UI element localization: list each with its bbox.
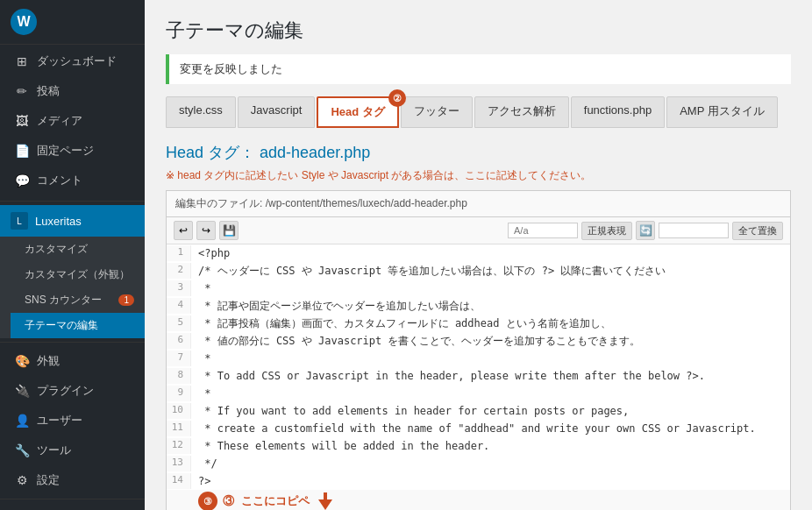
sidebar-item-label: メディア (37, 113, 82, 129)
undo-button[interactable]: ↩ (174, 221, 193, 240)
annotation-3-row: ③ ③ ここにコピペ (167, 490, 790, 510)
close-menu-button[interactable]: ◀ メニューを閉じる (0, 503, 145, 510)
sidebar-divider (0, 201, 145, 202)
code-line: 6 * 値の部分に CSS や Javascript を書くことで、ヘッダーを追… (167, 332, 790, 350)
wp-logo-icon: W (11, 9, 37, 35)
tab-amp[interactable]: AMP 用スタイル (666, 96, 778, 128)
sidebar-item-plugins[interactable]: 🔌 プラグイン (0, 376, 145, 406)
sidebar-item-users[interactable]: 👤 ユーザー (0, 406, 145, 436)
users-label: ユーザー (37, 413, 82, 429)
sidebar: W ⊞ ダッシュボード ✏ 投稿 🖼 メディア 📄 固定ページ 💬 コメント L… (0, 0, 145, 510)
sidebar-brand-label: Luxeritas (35, 215, 82, 228)
save-file-button[interactable]: 💾 (219, 221, 239, 240)
sidebar-item-pages[interactable]: 📄 固定ページ (0, 136, 145, 166)
code-editor: 編集中のファイル: /wp-content/themes/luxech/add-… (166, 190, 791, 510)
editor-file-name: add-header.php (260, 144, 370, 161)
sidebar-item-label: ダッシュボード (37, 53, 117, 69)
sidebar-item-media[interactable]: 🖼 メディア (0, 106, 145, 136)
regex-button[interactable]: 正規表現 (581, 222, 632, 240)
replace-icon-button[interactable]: 🔄 (636, 221, 655, 240)
sns-counter-label: SNS カウンター (25, 293, 102, 308)
tabs-container-wrapper: style.css Javascript Head タグ ② フッター アクセス… (166, 96, 791, 142)
sidebar-item-customize-ext[interactable]: カスタマイズ（外観） (11, 262, 145, 287)
badge-3: ③ (198, 492, 217, 510)
sidebar-item-posts[interactable]: ✏ 投稿 (0, 76, 145, 106)
code-line: 13 */ (167, 455, 790, 472)
tab-head-tag[interactable]: Head タグ ② (317, 96, 398, 128)
pages-icon: 📄 (14, 144, 30, 158)
copy-annotation: ③ ここにコピペ (223, 493, 310, 509)
search-input[interactable] (508, 223, 578, 238)
users-icon: 👤 (14, 414, 30, 428)
editor-tabs: style.css Javascript Head タグ ② フッター アクセス… (166, 96, 791, 128)
sidebar-logo: W (0, 0, 145, 45)
sidebar-divider-2 (0, 342, 145, 343)
tab-functions[interactable]: functions.php (571, 96, 665, 128)
svg-rect-1 (324, 492, 327, 501)
code-line: 9 * (167, 385, 790, 402)
code-line: 8 * To add CSS or Javascript in the head… (167, 367, 790, 385)
success-notice: 変更を反映しました (166, 54, 791, 84)
code-line: 12 * These elements will be added in the… (167, 437, 790, 455)
code-line: 3 * (167, 280, 790, 297)
sidebar-item-settings[interactable]: ⚙ 設定 (0, 465, 145, 495)
sidebar-item-comments[interactable]: 💬 コメント (0, 166, 145, 195)
badge-2: ② (388, 89, 406, 107)
dashboard-icon: ⊞ (14, 54, 30, 68)
tab-analytics[interactable]: アクセス解析 (474, 96, 569, 128)
page-title: 子テーマの編集 (166, 18, 791, 44)
code-line: 4 * 記事や固定ページ単位でヘッダーを追加したい場合は、 (167, 297, 790, 315)
sidebar-item-tools[interactable]: 🔧 ツール (0, 436, 145, 465)
media-icon: 🖼 (14, 114, 30, 128)
appearance-icon: 🎨 (14, 354, 30, 368)
plugins-icon: 🔌 (14, 384, 30, 398)
sidebar-item-child-theme[interactable]: 子テーマの編集 (11, 313, 145, 338)
comments-icon: 💬 (14, 174, 30, 188)
sns-badge: 1 (118, 294, 134, 306)
code-area[interactable]: 1 <?php 2 /* ヘッダーに CSS や Javascript 等を追加… (167, 244, 790, 510)
posts-icon: ✏ (14, 84, 30, 98)
customize-label: カスタマイズ (25, 242, 88, 257)
tab-javascript[interactable]: Javascript (238, 96, 316, 128)
tools-icon: 🔧 (14, 443, 30, 457)
replace-input[interactable] (659, 223, 729, 238)
sidebar-item-label: 固定ページ (37, 143, 94, 159)
sidebar-submenu-luxeritas: カスタマイズ カスタマイズ（外観） SNS カウンター 1 子テーマの編集 (0, 237, 145, 338)
sidebar-item-appearance[interactable]: 🎨 外観 (0, 346, 145, 376)
sidebar-item-label: 投稿 (37, 83, 60, 99)
code-line: 10 * If you want to add elements in head… (167, 402, 790, 420)
redo-button[interactable]: ↪ (196, 221, 216, 240)
sidebar-divider-3 (0, 499, 145, 499)
sidebar-item-dashboard[interactable]: ⊞ ダッシュボード (0, 46, 145, 76)
code-line: 7 * (167, 350, 790, 367)
main-content: 子テーマの編集 変更を反映しました style.css Javascript H… (145, 0, 812, 510)
code-line: 5 * 記事投稿（編集）画面で、カスタムフィールドに addhead という名前… (167, 315, 790, 332)
customize-ext-label: カスタマイズ（外観） (25, 267, 130, 282)
sidebar-item-sns-counter[interactable]: SNS カウンター 1 (11, 287, 145, 313)
code-line: 2 /* ヘッダーに CSS や Javascript 等を追加したい場合は、以… (167, 262, 790, 280)
code-line: 1 <?php (167, 244, 790, 262)
child-theme-label: 子テーマの編集 (25, 318, 98, 333)
code-line: 11 * create a customfield with the name … (167, 420, 790, 437)
editor-toolbar: ↩ ↪ 💾 正規表現 🔄 全て置換 (167, 217, 790, 244)
arrow-down-icon (318, 492, 332, 510)
sidebar-main-menu: ⊞ ダッシュボード ✏ 投稿 🖼 メディア 📄 固定ページ 💬 コメント (0, 45, 145, 197)
tools-label: ツール (37, 443, 71, 458)
settings-label: 設定 (37, 472, 60, 488)
tab-footer[interactable]: フッター (401, 96, 473, 128)
replace-all-button[interactable]: 全て置換 (732, 222, 783, 240)
luxeritas-icon: L (11, 212, 28, 230)
appearance-label: 外観 (37, 353, 60, 369)
sidebar-item-customize[interactable]: カスタマイズ (11, 237, 145, 262)
notice-text: 変更を反映しました (180, 62, 282, 75)
editor-file-bar: 編集中のファイル: /wp-content/themes/luxech/add-… (167, 191, 790, 217)
editor-title: Head タグ： add-header.php (166, 142, 791, 163)
code-line: 14 ?> (167, 472, 790, 490)
plugins-label: プラグイン (37, 383, 94, 399)
settings-icon: ⚙ (14, 473, 30, 487)
sidebar-item-label: コメント (37, 173, 82, 188)
tab-style-css[interactable]: style.css (166, 96, 236, 128)
editor-note: ※ head タグ内に記述したい Style や Javascript がある場… (166, 168, 791, 183)
sidebar-brand-luxeritas[interactable]: L Luxeritas (0, 205, 145, 237)
